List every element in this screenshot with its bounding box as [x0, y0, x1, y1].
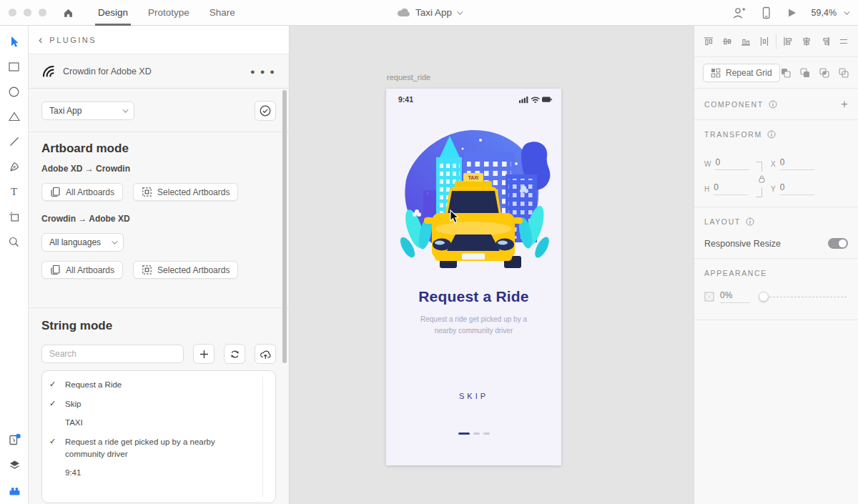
align-top-icon[interactable] [703, 36, 714, 47]
battery-icon [542, 97, 552, 102]
close-window-icon[interactable] [9, 9, 16, 16]
string-list-item[interactable]: ✓ Request a ride get picked up by a near… [42, 433, 275, 463]
info-icon[interactable] [746, 217, 754, 226]
page-dot[interactable] [483, 433, 490, 435]
taxi-illustration[interactable]: TAXI [395, 124, 553, 272]
align-center-icon[interactable] [801, 36, 812, 47]
align-left-icon[interactable] [782, 36, 794, 47]
width-input[interactable]: 0 [715, 157, 749, 170]
polygon-icon [9, 112, 20, 122]
confirm-project-button[interactable] [255, 101, 276, 121]
responsive-resize-label: Responsive Resize [704, 239, 781, 249]
x-label: X [771, 160, 776, 170]
list-scrollbar-track[interactable] [262, 377, 263, 497]
all-artboards-button[interactable]: All Artboards [41, 261, 123, 279]
crowdin-logo-icon [41, 64, 56, 79]
selected-artboards-button[interactable]: Selected Artboards [133, 183, 238, 201]
select-tool[interactable] [7, 34, 21, 49]
distribute-vertical-icon[interactable] [838, 36, 849, 47]
boolean-exclude-icon[interactable] [838, 67, 849, 79]
string-list-item[interactable]: ✓ Skip [42, 395, 275, 414]
divider [29, 307, 289, 308]
zoom-tool[interactable] [7, 234, 21, 249]
polygon-tool[interactable] [7, 109, 21, 124]
upload-strings-button[interactable] [255, 344, 276, 364]
languages-select[interactable]: All languages [41, 233, 124, 252]
chevron-down-icon [844, 9, 849, 14]
zoom-level-control[interactable]: 59,4% [812, 8, 848, 18]
add-component-button[interactable]: + [841, 97, 848, 112]
all-artboards-button[interactable]: All Artboards [41, 183, 123, 201]
artboard-request-ride[interactable]: 9:41 [386, 89, 561, 465]
titlebar-actions: 59,4% [732, 6, 848, 19]
string-list-item[interactable]: TAXI [42, 413, 275, 433]
ellipse-icon [9, 87, 19, 97]
info-icon[interactable] [769, 100, 777, 109]
boolean-subtract-icon[interactable] [799, 67, 811, 79]
align-middle-icon[interactable] [721, 36, 733, 47]
toggle-knob [839, 239, 847, 247]
boolean-intersect-icon[interactable] [819, 67, 830, 79]
align-right-icon[interactable] [819, 36, 831, 47]
responsive-resize-toggle[interactable] [828, 238, 848, 249]
opacity-slider[interactable] [759, 292, 848, 302]
skip-button[interactable]: SKIP [386, 392, 561, 400]
opacity-input[interactable]: 0% [720, 290, 750, 303]
artboard-name-label[interactable]: request_ride [387, 73, 430, 81]
refresh-strings-button[interactable] [224, 344, 245, 364]
taxi-sign-text: TAXI [468, 175, 479, 180]
string-list-item[interactable]: 9:41 [42, 463, 275, 483]
titlebar: Design Prototype Share Taxi App 59,4% [0, 0, 858, 26]
selected-artboards-label: Selected Artboards [157, 187, 230, 197]
y-input[interactable]: 0 [780, 182, 814, 195]
languages-select-value: All languages [49, 237, 101, 247]
add-string-button[interactable] [193, 344, 214, 364]
align-bottom-icon[interactable] [740, 36, 751, 47]
check-icon: ✓ [49, 379, 65, 391]
document-title-chip[interactable]: Taxi App [397, 7, 461, 18]
tab-prototype[interactable]: Prototype [138, 0, 199, 26]
window-controls[interactable] [9, 9, 46, 16]
x-input[interactable]: 0 [780, 157, 814, 170]
tab-share[interactable]: Share [199, 0, 245, 26]
invite-user-icon[interactable] [732, 6, 746, 19]
home-button[interactable] [61, 6, 75, 20]
boolean-add-icon[interactable] [780, 67, 792, 79]
maximize-window-icon[interactable] [39, 9, 46, 16]
plugins-panel-button[interactable] [7, 484, 21, 498]
stacked-artboards-icon [50, 265, 61, 275]
string-list-item[interactable]: ✓ Request a Ride [42, 375, 275, 395]
tab-design[interactable]: Design [88, 0, 138, 26]
design-canvas[interactable]: request_ride 9:41 [290, 26, 694, 504]
lock-icon[interactable] [759, 175, 765, 183]
repeat-grid-button[interactable]: Repeat Grid [703, 64, 780, 82]
project-select[interactable]: Taxi App [41, 102, 134, 120]
page-dot[interactable] [473, 433, 480, 435]
distribute-horizontal-icon[interactable] [759, 36, 770, 47]
line-tool[interactable] [7, 134, 21, 149]
overflow-menu-icon[interactable]: ● ● ● [250, 67, 276, 76]
slider-knob[interactable] [759, 292, 769, 302]
selected-artboards-button[interactable]: Selected Artboards [133, 261, 238, 279]
height-input[interactable]: 0 [714, 182, 748, 195]
opacity-icon [704, 292, 714, 302]
rectangle-tool[interactable] [7, 59, 21, 74]
layers-panel-button[interactable] [7, 458, 21, 473]
panel-scrollbar-thumb[interactable] [282, 90, 287, 363]
search-input[interactable] [41, 345, 184, 363]
minimize-window-icon[interactable] [24, 9, 31, 16]
play-preview-icon[interactable] [786, 7, 797, 19]
pen-tool[interactable] [7, 159, 21, 174]
plugins-header: ‹ PLUGINS [29, 26, 289, 54]
text-tool[interactable]: T [7, 184, 21, 199]
artboard-tool[interactable] [7, 209, 21, 224]
info-icon[interactable] [767, 130, 776, 139]
assets-panel-button[interactable] [7, 433, 21, 447]
ellipse-tool[interactable] [7, 84, 21, 99]
device-preview-icon[interactable] [760, 6, 772, 19]
appearance-label: APPEARANCE [704, 269, 767, 277]
tools-sidebar: T [0, 26, 29, 504]
wifi-icon [532, 97, 539, 102]
page-dot-active[interactable] [458, 433, 470, 435]
back-chevron-icon[interactable]: ‹ [39, 34, 42, 46]
